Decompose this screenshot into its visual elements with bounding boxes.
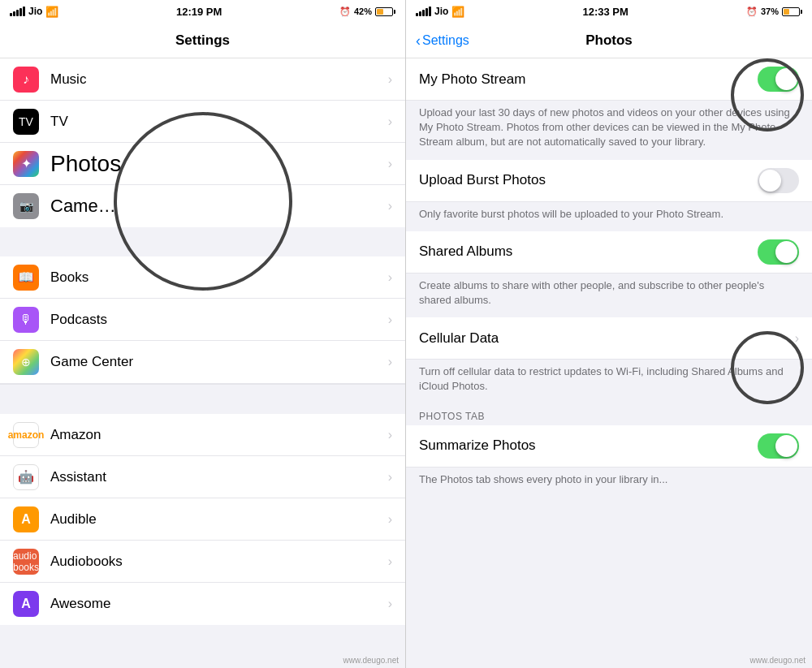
upload-burst-label: Upload Burst Photos [419,172,758,188]
summarize-photos-label: Summarize Photos [419,437,758,454]
left-status-right: ⏰ 42% [339,6,395,17]
shared-albums-row[interactable]: Shared Albums [406,231,812,274]
back-button[interactable]: ‹ Settings [416,33,469,48]
watermark-left: www.deugo.net [343,656,399,665]
left-phone: Jio 📶 12:19 PM ⏰ 42% Settings [0,0,406,668]
right-settings-content: My Photo Stream Upload your last 30 days… [406,58,812,668]
left-row-audible[interactable]: A Audible › [0,498,405,541]
left-wifi-icon: 📶 [45,6,58,18]
right-battery-pct: 37% [761,6,779,16]
right-phone: Jio 📶 12:33 PM ⏰ 37% ‹ Settings Photos [406,0,812,668]
books-label: Books [50,269,388,286]
amazon-chevron: › [388,428,392,442]
game-center-label: Game Center [50,354,388,370]
left-row-awesome[interactable]: A Awesome › [0,583,405,625]
assistant-chevron: › [388,470,392,485]
photos-icon: ✦ [13,151,39,177]
music-label: Music [50,71,388,88]
game-center-icon: ⊕ [13,349,39,375]
left-battery-pct: 42% [354,6,372,16]
audible-icon: A [13,506,39,532]
left-row-tv[interactable]: TV TV › [0,101,405,143]
right-nav-title: Photos [585,32,633,49]
audiobooks-chevron: › [388,554,392,569]
left-row-assistant[interactable]: 🤖 Assistant › [0,456,405,498]
awesome-label: Awesome [50,596,388,612]
shared-albums-section: Shared Albums [406,231,812,274]
camera-label: Came… [50,196,388,217]
left-carrier: Jio [28,6,42,17]
audible-chevron: › [388,512,392,527]
tv-chevron: › [388,114,392,129]
photo-stream-section: My Photo Stream [406,58,812,101]
left-section-2: 📖 Books › 🎙 Podcasts › ⊕ Game Center › [0,256,405,383]
watermark-right: www.deugo.net [750,656,806,665]
books-icon: 📖 [13,265,39,291]
upload-burst-toggle[interactable] [758,168,799,193]
left-row-photos[interactable]: ✦ Photos › [0,143,405,185]
left-row-amazon[interactable]: amazon Amazon › [0,414,405,456]
right-nav-bar: ‹ Settings Photos [406,23,812,58]
back-label: Settings [422,33,469,48]
left-status-left: Jio 📶 [10,6,58,18]
books-chevron: › [388,270,392,285]
right-status-bar: Jio 📶 12:33 PM ⏰ 37% [406,0,812,23]
left-settings-list: ♪ Music › TV TV › ✦ Photos › [0,58,405,668]
cellular-data-label: Cellular Data [419,330,795,347]
photos-chevron: › [388,157,392,171]
tv-label: TV [50,114,388,130]
amazon-label: Amazon [50,427,388,443]
music-chevron: › [388,72,392,87]
left-signal-icon [10,6,25,16]
cellular-data-desc: Turn off cellular data to restrict updat… [406,360,812,403]
left-row-audiobooks[interactable]: audiobooks Audiobooks › [0,541,405,583]
left-section-1: ♪ Music › TV TV › ✦ Photos › [0,58,405,227]
game-center-chevron: › [388,355,392,369]
right-wifi-icon: 📶 [451,6,464,18]
my-photo-stream-toggle[interactable] [758,67,799,92]
summarize-photos-toggle[interactable] [758,433,799,459]
cellular-section: Cellular Data › [406,317,812,360]
summarize-photos-desc: The Photos tab shows every photo in your… [406,468,812,497]
left-time: 12:19 PM [176,6,222,18]
shared-albums-toggle[interactable] [758,239,799,265]
right-signal-icon [416,6,431,16]
photos-label: Photos [50,151,388,177]
left-nav-title: Settings [175,32,230,49]
music-icon: ♪ [13,67,39,93]
my-photo-stream-label: My Photo Stream [419,71,758,88]
left-row-game-center[interactable]: ⊕ Game Center › [0,341,405,383]
left-row-camera[interactable]: 📷 Came… › [0,185,405,227]
awesome-icon: A [13,591,39,617]
upload-burst-row[interactable]: Upload Burst Photos [406,160,812,202]
left-section-3: amazon Amazon › 🤖 Assistant › A Audible … [0,414,405,625]
photos-tab-header: PHOTOS TAB [406,404,812,425]
right-status-left: Jio 📶 [416,6,464,18]
left-row-books[interactable]: 📖 Books › [0,256,405,299]
podcasts-chevron: › [388,312,392,327]
cellular-data-row[interactable]: Cellular Data › [406,317,812,360]
assistant-icon: 🤖 [13,464,39,490]
right-carrier: Jio [434,6,448,17]
upload-burst-section: Upload Burst Photos [406,160,812,202]
podcasts-icon: 🎙 [13,307,39,333]
my-photo-stream-row[interactable]: My Photo Stream [406,58,812,101]
upload-burst-desc: Only favorite burst photos will be uploa… [406,202,812,231]
right-time: 12:33 PM [582,6,628,18]
shared-albums-label: Shared Albums [419,243,758,260]
camera-icon: 📷 [13,193,39,219]
right-status-right: ⏰ 37% [746,6,802,17]
left-battery-icon [375,6,395,16]
cellular-chevron-icon: › [795,331,799,346]
summarize-photos-row[interactable]: Summarize Photos [406,425,812,468]
shared-albums-desc: Create albums to share with other people… [406,274,812,317]
left-row-podcasts[interactable]: 🎙 Podcasts › [0,299,405,341]
audiobooks-icon: audiobooks [13,549,39,575]
tv-icon: TV [13,109,39,135]
back-chevron-icon: ‹ [416,33,421,48]
right-battery-icon [782,6,802,16]
my-photo-stream-desc: Upload your last 30 days of new photos a… [406,101,812,160]
left-status-bar: Jio 📶 12:19 PM ⏰ 42% [0,0,405,23]
left-row-music[interactable]: ♪ Music › [0,58,405,101]
audible-label: Audible [50,511,388,528]
